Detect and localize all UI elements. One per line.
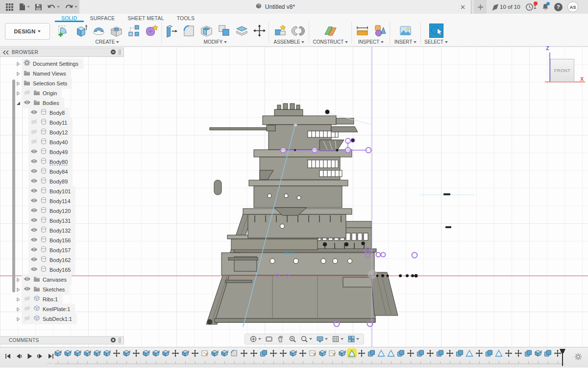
browser-item-label[interactable]: Sketches (43, 287, 65, 292)
ribbon-tab-tools[interactable]: TOOLS (171, 14, 201, 22)
comments-panel[interactable]: COMMENTS (0, 336, 124, 344)
browser-item-body120[interactable]: Body120 (28, 206, 75, 216)
ribbon-group-dropdown[interactable]: INSPECT (358, 39, 384, 45)
browser-item-label[interactable]: Named Views (33, 71, 66, 77)
timeline-feature-extrude[interactable] (63, 349, 73, 364)
section-analysis-button[interactable] (371, 22, 389, 39)
browser-item-label[interactable]: Origin (43, 90, 57, 96)
timeline-feature-extrude[interactable] (318, 349, 327, 364)
redo-button[interactable] (63, 1, 79, 12)
timeline-feature-combine[interactable] (484, 349, 494, 364)
browser-item-label[interactable]: Body165 (49, 267, 71, 273)
browser-item-body156[interactable]: Body156 (28, 236, 75, 245)
browser-item-label[interactable]: Body40 (49, 139, 68, 145)
version-status[interactable]: 10 of 10 (491, 3, 520, 11)
timeline-feature-move[interactable] (249, 349, 259, 364)
timeline-feature-loft[interactable] (465, 349, 474, 364)
visibility-eye-icon[interactable] (24, 295, 31, 304)
browser-item-label[interactable]: Body162 (49, 257, 71, 263)
select-button[interactable] (427, 22, 445, 39)
browser-item-body12[interactable]: Body12 (28, 128, 73, 137)
fillet-button[interactable] (180, 22, 198, 39)
browser-item-label[interactable]: Body12 (49, 130, 68, 135)
timeline-feature-move[interactable] (445, 349, 455, 364)
browser-item-keelplate-1[interactable]: KeelPlate:1 (15, 304, 75, 314)
timeline-feature-loft-highlighted[interactable] (347, 349, 357, 364)
timeline-settings-gear-icon[interactable] (574, 353, 582, 363)
browser-item-label[interactable]: Body11 (49, 120, 68, 126)
browser-item-body8[interactable]: Body8 (28, 108, 70, 118)
visibility-eye-icon[interactable] (30, 108, 38, 117)
browser-item-subdeck1-1[interactable]: SubDeck1:1 (15, 314, 77, 324)
browser-item-body132[interactable]: Body132 (28, 226, 75, 236)
ribbon-group-dropdown[interactable]: CREATE (96, 39, 120, 45)
timeline-feature-extrude[interactable] (122, 349, 131, 364)
expander-icon[interactable] (15, 288, 22, 292)
visibility-eye-icon[interactable] (30, 265, 38, 274)
browser-item-label[interactable]: Body157 (49, 247, 71, 253)
browser-item-body40[interactable]: Body40 (28, 137, 73, 147)
timeline-feature-move[interactable] (239, 349, 249, 364)
timeline-feature-extrude[interactable] (210, 349, 220, 364)
shell-button[interactable] (198, 22, 216, 39)
visibility-eye-icon[interactable] (24, 305, 31, 314)
zoom-icon[interactable] (287, 334, 298, 344)
browser-item-label[interactable]: Body8 (49, 110, 65, 116)
visibility-eye-icon[interactable] (30, 128, 38, 137)
browser-item-label[interactable]: Body84 (49, 169, 68, 175)
timeline-feature-combine[interactable] (396, 349, 406, 364)
visibility-eye-icon[interactable] (30, 167, 38, 176)
timeline-feature-combine[interactable] (543, 349, 553, 364)
view-cube[interactable]: FRONT Z X (539, 47, 588, 92)
timeline-feature-extrude[interactable] (102, 349, 112, 364)
file-new-button[interactable] (17, 1, 31, 12)
timeline-feature-extrude[interactable] (180, 349, 190, 364)
timeline-feature-loft[interactable] (494, 349, 504, 364)
expander-icon[interactable] (15, 62, 22, 66)
browser-item-sketches[interactable]: Sketches (15, 285, 70, 294)
browser-item-label[interactable]: SubDeck1:1 (43, 316, 72, 322)
view-cube-front-face[interactable]: FRONT (550, 59, 574, 82)
ribbon-tab-solid[interactable]: SOLID (55, 14, 84, 22)
timeline-feature-sketch[interactable] (308, 349, 318, 364)
notifications[interactable] (541, 3, 549, 11)
visibility-eye-icon[interactable] (30, 256, 38, 264)
timeline-feature-extrude[interactable] (141, 349, 151, 364)
browser-item-body11[interactable]: Body11 (28, 118, 73, 128)
browser-item-body131[interactable]: Body131 (28, 216, 75, 226)
visibility-eye-icon[interactable] (24, 315, 31, 323)
new-component-button[interactable] (271, 22, 289, 39)
viewports-icon[interactable] (346, 334, 361, 344)
timeline-feature-combine[interactable] (416, 349, 425, 364)
visibility-eye-icon[interactable] (30, 236, 38, 245)
browser-item-label[interactable]: KeelPlate:1 (43, 306, 70, 312)
browser-item-selection-sets[interactable]: Selection Sets (15, 79, 72, 88)
visibility-eye-icon[interactable] (24, 89, 31, 98)
browser-item-body165[interactable]: Body165 (28, 265, 75, 275)
fit-icon[interactable] (299, 334, 314, 344)
timeline-feature-move[interactable] (474, 349, 484, 364)
browser-item-label[interactable]: Bodies (43, 100, 59, 106)
step-forward-button[interactable] (36, 352, 44, 360)
timeline-feature-loft[interactable] (376, 349, 386, 364)
browser-item-label[interactable]: Body49 (49, 149, 68, 155)
job-status[interactable]: 1 (525, 3, 537, 11)
browser-item-label[interactable]: Ribs:1 (43, 296, 58, 302)
visibility-eye-icon[interactable] (30, 226, 38, 235)
timeline-feature-extrude[interactable] (337, 349, 347, 364)
timeline-feature-move[interactable] (112, 349, 122, 364)
play-button[interactable] (25, 352, 33, 360)
timeline-feature-combine[interactable] (455, 349, 465, 364)
expander-icon[interactable] (15, 91, 22, 96)
timeline-playhead[interactable] (560, 349, 565, 367)
close-tab-icon[interactable] (460, 3, 466, 12)
timeline-feature-move[interactable] (504, 349, 514, 364)
app-grid-button[interactable] (4, 1, 15, 12)
timeline-feature-move[interactable] (171, 349, 180, 364)
timeline-feature-combine[interactable] (435, 349, 445, 364)
browser-item-named-views[interactable]: Named Views (15, 69, 71, 79)
browser-item-body80[interactable]: Body80 (28, 157, 73, 167)
panel-grip-icon[interactable] (119, 48, 121, 57)
ribbon-group-dropdown[interactable]: MODIFY (204, 39, 227, 45)
workspace-selector[interactable]: DESIGN (5, 23, 50, 40)
